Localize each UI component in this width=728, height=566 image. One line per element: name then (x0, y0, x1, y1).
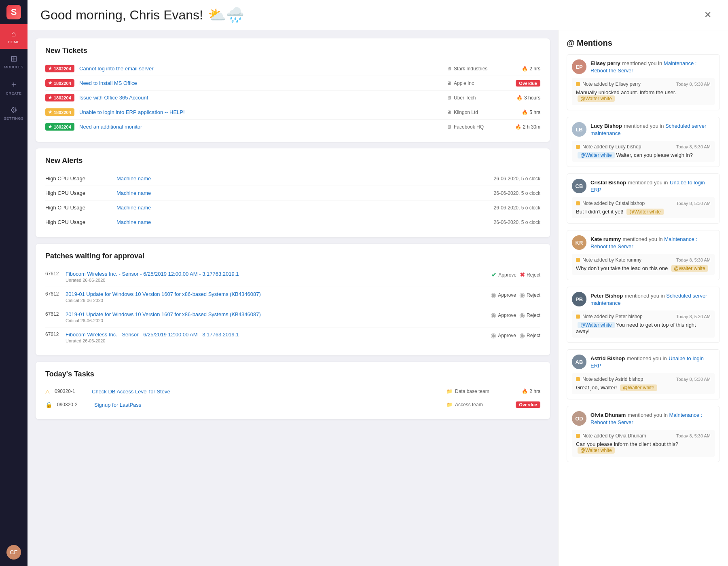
ticket-badge-2[interactable]: ★ 1802204 (45, 94, 74, 101)
task-link-1[interactable]: Signup for LastPass (94, 402, 442, 408)
mention-note-2: Note added by Cristal bishop Today 8, 5:… (572, 197, 715, 218)
ticket-badge-1[interactable]: ★ 1802204 (45, 79, 74, 87)
alert-machine-0[interactable]: Machine name (116, 175, 487, 182)
patch-info-3: Fibocom Wireless Inc. - Sensor - 6/25/20… (66, 332, 486, 343)
mention-tag-blue-4: @Walter white (578, 322, 615, 328)
ticket-time-1: Overdue (508, 80, 540, 87)
approve-button-2[interactable]: ◉ Approve (491, 311, 516, 319)
patch-id-3: 67612 (45, 332, 61, 337)
new-alerts-card: New Alerts High CPU Usage Machine name 2… (36, 148, 550, 237)
reject-button-1[interactable]: ◉ Reject (519, 291, 540, 299)
mention-action-5: mentioned you in (627, 355, 667, 361)
ticket-badge-0[interactable]: ★ 1802204 (45, 65, 74, 72)
sidebar-item-settings[interactable]: ⚙ SETTINGS (0, 100, 28, 125)
alert-machine-3[interactable]: Machine name (116, 219, 487, 225)
approve-button-1[interactable]: ◉ Approve (491, 291, 516, 299)
mention-avatar-6: OD (572, 411, 586, 426)
check-icon: ◉ (491, 311, 496, 319)
sidebar-item-modules[interactable]: ⊞ MODULES (0, 49, 28, 74)
mention-note-5: Note added by Astrid bishop Today 8, 5:3… (572, 373, 715, 394)
alert-machine-1[interactable]: Machine name (116, 190, 487, 196)
approve-button-3[interactable]: ◉ Approve (491, 332, 516, 339)
task-team-0: 📁 Data base team (447, 389, 503, 394)
approve-button-0[interactable]: ✔ Approve (491, 271, 516, 279)
patch-id-0: 67612 (45, 271, 61, 277)
patch-meta-0: Unrated 26-06-2020 (66, 278, 487, 283)
mention-action-1: mentioned you in (624, 123, 665, 129)
note-time-3: Today 8, 5:30 AM (676, 258, 711, 262)
home-icon: ⌂ (11, 29, 16, 38)
ticket-company-0: 🖥 Stark Industries (447, 66, 503, 72)
patch-link-0[interactable]: Fibocom Wireless Inc. - Sensor - 6/25/20… (66, 271, 487, 277)
table-row: 67612 Fibocom Wireless Inc. - Sensor - 6… (45, 267, 540, 287)
monitor-icon: 🖥 (447, 124, 451, 130)
task-link-0[interactable]: Check DB Access Level for Steve (92, 389, 442, 395)
close-button[interactable]: ✕ (700, 8, 715, 22)
patch-link-3[interactable]: Fibocom Wireless Inc. - Sensor - 6/25/20… (66, 332, 486, 338)
mention-action-2: mentioned you in (628, 180, 668, 186)
note-dot-0 (576, 82, 580, 86)
reject-button-0[interactable]: ✖ Reject (520, 271, 540, 279)
note-header-2: Note added by Cristal bishop Today 8, 5:… (576, 201, 711, 206)
note-time-2: Today 8, 5:30 AM (676, 201, 711, 206)
note-time-4: Today 8, 5:30 AM (676, 314, 711, 319)
table-row: 67612 2019-01 Update for Windows 10 Vers… (45, 307, 540, 327)
ticket-link-4[interactable]: Need an additional monitor (79, 124, 442, 130)
patch-info-0: Fibocom Wireless Inc. - Sensor - 6/25/20… (66, 271, 487, 283)
ticket-company-1: 🖥 Apple Inc (447, 80, 503, 86)
note-time-0: Today 8, 5:30 AM (676, 82, 711, 87)
note-dot-4 (576, 315, 580, 319)
mentions-title: @ Mentions (567, 38, 720, 48)
patch-actions-2: ◉ Approve ◉ Reject (491, 311, 540, 319)
alert-type-1: High CPU Usage (45, 190, 110, 196)
header: Good morning, Chris Evans! ⛅🌧️ ✕ (28, 0, 728, 30)
alert-machine-2[interactable]: Machine name (116, 205, 487, 211)
sidebar-settings-label: SETTINGS (4, 116, 23, 120)
ticket-link-0[interactable]: Cannot log into the email server (79, 65, 442, 72)
sidebar-item-create[interactable]: ＋ CREATE (0, 74, 28, 100)
monitor-icon: 🖥 (447, 95, 451, 101)
note-header-6: Note added by Olvia Dhunam Today 8, 5:30… (576, 433, 711, 439)
ticket-id-2: 1802204 (54, 95, 71, 100)
x-icon: ✖ (520, 271, 525, 279)
sidebar-item-home[interactable]: ⌂ HOME (0, 24, 28, 49)
body-area: New Tickets ★ 1802204 Cannot log into th… (28, 30, 728, 566)
fire-icon: 🔥 (522, 66, 528, 72)
ticket-company-3: 🖥 Klingon Ltd (447, 110, 503, 115)
ticket-company-2: 🖥 Uber Tech (447, 95, 503, 101)
folder-icon: 📁 (447, 389, 453, 394)
ticket-link-2[interactable]: Issue with Office 365 Account (79, 95, 442, 101)
app-logo[interactable]: S (6, 5, 21, 19)
patch-link-2[interactable]: 2019-01 Update for Windows 10 Version 16… (66, 311, 486, 317)
new-tickets-card: New Tickets ★ 1802204 Cannot log into th… (36, 38, 550, 142)
x-icon: ◉ (519, 291, 525, 299)
ticket-id-0: 1802204 (54, 66, 71, 71)
patch-link-1[interactable]: 2019-01 Update for Windows 10 Version 16… (66, 291, 486, 297)
mention-avatar-0: EP (572, 59, 586, 74)
weather-icon: ⛅🌧️ (208, 6, 244, 23)
ticket-badge-3[interactable]: ★ 1802204 (45, 108, 74, 116)
table-row: High CPU Usage Machine name 26-06-2020, … (45, 171, 540, 186)
mention-person-line-3: Kate rummy mentioned you in Maintenance … (590, 235, 715, 250)
alert-date-1: 26-06-2020, 5 o clock (494, 190, 540, 196)
mention-tag-6: @Walter white (578, 447, 615, 454)
table-row: ★ 1802204 Cannot log into the email serv… (45, 61, 540, 76)
reject-button-2[interactable]: ◉ Reject (519, 311, 540, 319)
overdue-badge: Overdue (516, 80, 540, 87)
patch-meta-3: Unrated 26-06-2020 (66, 338, 486, 343)
note-dot-3 (576, 258, 580, 262)
monitor-icon: 🖥 (447, 80, 451, 86)
ticket-link-3[interactable]: Unable to login into ERP application -- … (79, 109, 442, 115)
mention-person-0: Ellsey perry (590, 60, 620, 66)
avatar[interactable]: CE (6, 545, 21, 560)
ticket-link-1[interactable]: Need to install MS Office (79, 80, 442, 86)
mention-person-1: Lucy Bishop (590, 123, 622, 129)
note-header-5: Note added by Astrid bishop Today 8, 5:3… (576, 376, 711, 382)
folder-icon: 📁 (447, 402, 453, 408)
reject-button-3[interactable]: ◉ Reject (519, 332, 540, 339)
mention-card-6: OD Olvia Dhunam mentioned you in Mainten… (567, 406, 720, 462)
ticket-badge-4[interactable]: ★ 1802204 (45, 123, 74, 131)
note-author-2: Note added by Cristal bishop (582, 201, 645, 206)
mention-note-1: Note added by Lucy bishop Today 8, 5:30 … (572, 141, 715, 162)
mention-card-5: AB Astrid Bishop mentioned you in Unalbe… (567, 349, 720, 399)
